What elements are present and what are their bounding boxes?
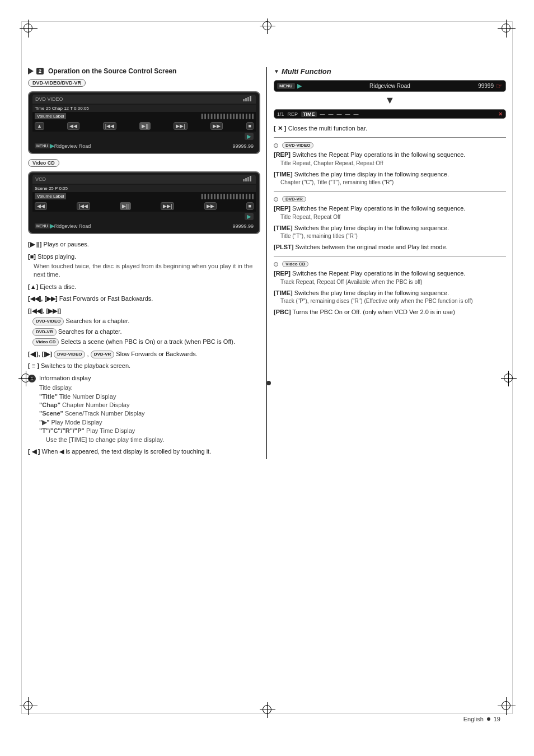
vcd-nav-arrow[interactable]: ▶ [50, 222, 54, 230]
dvd-ff-btn[interactable]: ▶▶ [210, 122, 223, 130]
reg-mark-right-center [504, 374, 513, 382]
dvd-video-divider [274, 137, 506, 138]
dvd-video-rep-row: [REP] Switches the Repeat Play operation… [274, 151, 506, 167]
dvd-vr-circle-icon [274, 197, 278, 202]
vcd-pbc-row: [PBC] Turns the PBC On or Off. (only whe… [274, 308, 506, 316]
desc-play-pause: [▶ ||] Plays or pauses. [28, 240, 260, 249]
vcd-play-pause-btn[interactable]: ▶|| [120, 202, 131, 210]
mf-item-page: 1/1 [277, 111, 284, 117]
svg-rect-5 [245, 178, 247, 181]
mf-item-rep[interactable]: REP [288, 111, 298, 117]
vcd-volume-row: Volume Label ▐▐▐▐▐▐▐▐▐▐▐▐▐▐▐▐▐ [32, 192, 256, 200]
dvd-vr-inline-badge: DVD-VR [32, 328, 57, 336]
vcd-vol-label: Volume Label [35, 193, 66, 199]
mf-menu-btn[interactable]: MENU [277, 83, 295, 89]
dvd-time-row: Time 25 Chap 12 T 0:00:05 [32, 105, 256, 112]
page-footer: English 19 [463, 716, 500, 722]
desc-play-pause-line: [▶ ||] Plays or pauses. [28, 240, 260, 249]
vcd-badge: Video CD [28, 159, 59, 167]
section-arrow-icon [28, 68, 34, 74]
svg-rect-4 [243, 179, 245, 181]
vcd-scene-row: Scene 25 P 0:05 [32, 185, 256, 192]
vcd-screen: VCD Scene 25 P 0:05 Volume Label ▐▐▐▐▐▐▐… [28, 171, 260, 234]
mf-item-dash4: — [345, 111, 350, 117]
vcd-time-row: [TIME] Switches the play time display in… [274, 289, 506, 305]
vcd-stop-btn[interactable]: ■ [246, 202, 254, 210]
reg-mark-bl [22, 700, 34, 711]
dvd-vr-slow-badge: DVD-VR [91, 351, 115, 358]
dvd-video-time-row: [TIME] Switches the play time display in… [274, 170, 506, 186]
dvd-channel: Ridgeview Road [54, 143, 91, 149]
down-arrow: ▼ [274, 95, 506, 106]
desc-info-display: 1 Information display Title display. "Ti… [28, 374, 260, 444]
dvd-label-bar: DVD VIDEO [32, 95, 256, 104]
mf-bar: MENU ▶ Ridgeview Road 99999 ☞ [274, 80, 506, 92]
mf-bottom-bar: 1/1 REP TIME — — — — — ✕ [274, 109, 506, 119]
vcd-controls: ◀◀ |◀◀ ▶|| ▶▶| ▶▶ ■ [32, 200, 256, 212]
svg-rect-1 [245, 98, 247, 101]
dvd-video-section-badge: DVD-VIDEO [282, 142, 313, 148]
vcd-rep-row: [REP] Switches the Repeat Play operation… [274, 269, 506, 286]
reg-mark-left-center [21, 374, 30, 382]
vcd-inline-badge: Video CD [32, 338, 59, 346]
dvd-video-badge: DVD-VIDEO/DVD-VR [28, 79, 86, 87]
dvd-badge-container: DVD-VIDEO/DVD-VR [28, 78, 260, 89]
dvd-nav-right-btn[interactable]: ▶ [245, 133, 254, 140]
reg-mark-top-center [263, 21, 271, 30]
dvd-signal [243, 96, 253, 102]
dvd-stop-btn[interactable]: ■ [246, 122, 254, 130]
dvd-next-btn[interactable]: ▶▶| [174, 122, 187, 130]
vcd-number: 99999.99 [232, 223, 254, 229]
vcd-channel: Ridgeview Road [54, 223, 91, 229]
mf-item-dash2: — [329, 111, 334, 117]
mf-number: 99999 [478, 83, 494, 89]
vcd-prev-btn[interactable]: |◀◀ [77, 202, 90, 210]
dvd-vr-rep-row: [REP] Switches the Repeat Play operation… [274, 204, 506, 221]
desc-ff-fb: [◀◀], [▶▶] Fast Forwards or Fast Backwar… [28, 294, 260, 304]
mf-item-time-active[interactable]: TIME [301, 111, 317, 117]
vcd-ff-btn[interactable]: ▶▶ [204, 202, 217, 210]
page-dot-icon [487, 717, 490, 721]
vcd-circle-icon [274, 262, 278, 267]
mf-item-dash3: — [337, 111, 342, 117]
dvd-menu-btn[interactable]: MENU [35, 143, 50, 148]
vcd-menu-btn[interactable]: MENU [35, 223, 50, 228]
desc-playback-screen: [ ≡ ] Switches to the playback screen. [28, 361, 260, 371]
right-column: Multi Function MENU ▶ Ridgeview Road 999… [266, 67, 506, 459]
dvd-vr-section-badge: DVD-VR [282, 196, 306, 202]
dvd-prev-btn[interactable]: |◀◀ [103, 122, 116, 130]
dvd-play-pause-btn[interactable]: ▶|| [139, 122, 151, 130]
dvd-video-slow-badge: DVD-VIDEO [54, 351, 85, 358]
vcd-divider [274, 256, 506, 256]
vcd-badge-container: Video CD [28, 158, 260, 169]
dvd-screen: DVD VIDEO Time 25 Chap 12 T 0:00:05 Volu… [28, 91, 260, 154]
mf-bar-container: MENU ▶ Ridgeview Road 99999 ☞ [274, 80, 506, 92]
svg-rect-3 [250, 96, 251, 101]
desc-slow: [◀|], [|▶] DVD-VIDEO , DVD-VR Slow Forwa… [28, 349, 260, 359]
dvd-label-text: DVD VIDEO [35, 96, 63, 102]
desc-stop: [■] Stops playing. When touched twice, t… [28, 252, 260, 279]
mf-nav-arrow[interactable]: ▶ [297, 82, 302, 90]
border-left [21, 21, 22, 714]
dvd-vr-time-row: [TIME] Switches the play time display in… [274, 224, 506, 240]
left-column: 2 Operation on the Source Control Screen… [28, 67, 260, 459]
vcd-signal [243, 176, 253, 183]
dvd-controls: ▲ ◀◀ |◀◀ ▶|| ▶▶| ▶▶ ■ [32, 120, 256, 132]
dvd-bottom-bar: MENU ▶ Ridgeview Road 99999.99 [32, 141, 256, 151]
dvd-nav-arrow[interactable]: ▶ [50, 142, 54, 150]
border-right [512, 21, 513, 714]
svg-rect-6 [247, 177, 249, 181]
mf-close-btn[interactable]: ✕ [498, 111, 503, 117]
vcd-next-btn[interactable]: ▶▶| [161, 202, 174, 210]
page-number: 19 [494, 716, 500, 722]
dvd-up-btn[interactable]: ▲ [35, 122, 44, 130]
vcd-section-title: Video CD [274, 261, 506, 267]
page-language: English [463, 716, 484, 722]
vcd-rewind-btn[interactable]: ◀◀ [35, 202, 47, 210]
section-header: 2 Operation on the Source Control Screen [28, 67, 260, 75]
right-section-title: Multi Function [274, 67, 506, 76]
dvd-rewind-btn[interactable]: ◀◀ [67, 122, 79, 130]
vcd-label-text: VCD [35, 176, 46, 182]
reg-mark-br [500, 700, 512, 711]
vcd-nav-right-btn[interactable]: ▶ [245, 213, 254, 220]
